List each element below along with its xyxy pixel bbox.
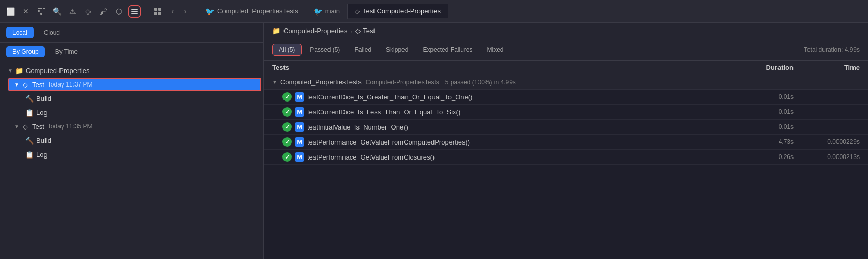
nav-arrows: ‹ › (167, 6, 191, 17)
diamond-nav-icon[interactable]: ◇ (82, 5, 94, 18)
pass-icon (282, 152, 292, 162)
tab-label: Computed_PropertiesTests (217, 7, 298, 15)
sidebar: Local Cloud By Group By Time ▼ 📁 Compute… (0, 23, 264, 259)
swift-icon: 🐦 (205, 7, 214, 16)
sidebar-item-test-1135[interactable]: ▼ ◇ Test Today 11:35 PM (8, 120, 261, 133)
sidebar-item-computed-properties[interactable]: ▼ 📁 Computed-Properties (2, 64, 261, 77)
group-name: Computed_PropertiesTests (280, 78, 362, 86)
svg-rect-0 (38, 8, 40, 9)
item-time: Today 11:37 PM (48, 81, 93, 88)
table-row[interactable]: M testPerformance_GetValueFromComputedPr… (264, 135, 868, 150)
item-label: Log (36, 151, 48, 159)
cloud-button[interactable]: Cloud (38, 27, 66, 38)
svg-rect-2 (43, 8, 45, 9)
hierarchy-icon[interactable] (35, 5, 48, 18)
group-label: Computed-Properties (26, 67, 90, 75)
svg-rect-1 (40, 8, 42, 9)
test-duration: 0.01s (731, 108, 794, 116)
pass-icon (282, 107, 292, 117)
table-row[interactable]: M testPerformnace_GetValueFromClosures()… (264, 150, 868, 165)
nav-forward[interactable]: › (179, 6, 191, 17)
sidebar-item-test-1137[interactable]: ▼ ◇ Test Today 11:37 PM (8, 78, 261, 91)
table-row[interactable]: M testInitialValue_Is_Number_One() 0.01s (264, 120, 868, 135)
results-area: ▼ Computed_PropertiesTests Computed-Prop… (264, 75, 868, 259)
test-time: 0.0000229s (798, 138, 860, 146)
m-badge: M (295, 92, 304, 102)
tab-group: 🐦 Computed_PropertiesTests 🐦 main ◇ Test… (198, 4, 448, 19)
svg-rect-10 (154, 12, 157, 15)
item-time: Today 11:35 PM (48, 123, 93, 130)
sidebar-icon[interactable]: ⬜ (4, 5, 17, 18)
m-badge: M (295, 152, 304, 162)
by-group-button[interactable]: By Group (6, 46, 45, 57)
test-duration: 0.26s (731, 153, 794, 161)
breadcrumb-diamond-icon: ◇ (355, 27, 361, 35)
filter-all-button[interactable]: All (5) (272, 44, 302, 56)
breadcrumb-project[interactable]: Computed-Properties (283, 27, 348, 35)
tab-main[interactable]: 🐦 main (306, 4, 348, 19)
search-icon[interactable]: 🔍 (51, 5, 63, 18)
svg-rect-9 (158, 8, 161, 11)
pass-icon (282, 92, 292, 102)
item-label: Test (32, 81, 44, 89)
m-badge: M (295, 107, 304, 117)
test-time: 0.0000213s (798, 153, 860, 161)
sidebar-tree: ▼ 📁 Computed-Properties ▼ ◇ Test Today 1… (0, 61, 263, 259)
test-group-row[interactable]: ▼ Computed_PropertiesTests Computed-Prop… (264, 75, 868, 90)
filter-expected-failures-button[interactable]: Expected Failures (416, 44, 478, 55)
table-row[interactable]: M testCurrentDice_Is_Less_Than_Or_Equal_… (264, 105, 868, 120)
breadcrumb-separator: › (351, 28, 353, 34)
warning-icon[interactable]: ⚠ (66, 5, 79, 18)
close-icon[interactable]: ✕ (20, 5, 32, 18)
filter-mixed-button[interactable]: Mixed (481, 44, 510, 55)
breadcrumb-page[interactable]: Test (363, 27, 375, 35)
chevron-icon: ▼ (12, 124, 21, 130)
sidebar-item-log-1135[interactable]: 📋 Log (8, 148, 261, 161)
filter-failed-button[interactable]: Failed (348, 44, 378, 55)
group-stats: 5 passed (100%) in 4.99s (445, 79, 516, 86)
col-time-header: Time (798, 64, 860, 71)
svg-rect-5 (131, 9, 138, 10)
group-chevron-icon: ▼ (272, 79, 277, 85)
test-duration: 0.01s (731, 93, 794, 100)
grid-icon[interactable] (152, 5, 164, 18)
sidebar-item-log-1137[interactable]: 📋 Log (8, 106, 261, 119)
log-icon: 📋 (25, 108, 34, 117)
item-label: Build (36, 137, 51, 145)
breadcrumb-bar: 📁 Computed-Properties › ◇ Test (264, 23, 868, 39)
nav-back[interactable]: ‹ (167, 6, 178, 17)
filter-bar: All (5) Passed (5) Failed Skipped Expect… (264, 39, 868, 61)
filter-passed-button[interactable]: Passed (5) (304, 44, 346, 55)
shape-icon[interactable]: ⬡ (113, 5, 125, 18)
log-icon: 📋 (25, 150, 34, 159)
pass-icon (282, 137, 292, 147)
brush-icon[interactable]: 🖌 (97, 5, 110, 18)
test-duration: 4.73s (731, 138, 794, 146)
diamond-icon: ◇ (21, 80, 30, 89)
test-name: testPerformnace_GetValueFromClosures() (307, 153, 731, 161)
tab-label: main (325, 7, 340, 15)
by-time-button[interactable]: By Time (49, 46, 84, 57)
tab-label: Test Computed-Properties (363, 7, 441, 15)
table-row[interactable]: M testCurrentDice_Is_Greater_Than_Or_Equ… (264, 90, 868, 105)
col-tests-header: Tests (272, 64, 731, 71)
sidebar-controls: Local Cloud (0, 23, 263, 43)
tab-computed-properties-tests[interactable]: 🐦 Computed_PropertiesTests (198, 4, 306, 19)
svg-rect-8 (154, 8, 157, 11)
test-name: testPerformance_GetValueFromComputedProp… (307, 138, 731, 146)
m-badge: M (295, 137, 304, 147)
breadcrumb-current: ◇ Test (355, 27, 375, 35)
tab-test-computed-properties[interactable]: ◇ Test Computed-Properties (348, 4, 448, 18)
swift-icon: 🐦 (313, 7, 322, 16)
sidebar-item-build-1135[interactable]: 🔨 Build (8, 134, 261, 147)
test-name: testInitialValue_Is_Number_One() (307, 123, 731, 131)
pass-icon (282, 122, 292, 132)
local-button[interactable]: Local (6, 27, 34, 38)
diamond-icon: ◇ (355, 8, 360, 15)
content-area: 📁 Computed-Properties › ◇ Test All (5) P… (264, 23, 868, 259)
item-label: Log (36, 109, 48, 117)
sidebar-item-build-1137[interactable]: 🔨 Build (8, 92, 261, 105)
list-icon[interactable] (128, 5, 141, 18)
filter-skipped-button[interactable]: Skipped (380, 44, 414, 55)
svg-rect-3 (38, 10, 40, 12)
